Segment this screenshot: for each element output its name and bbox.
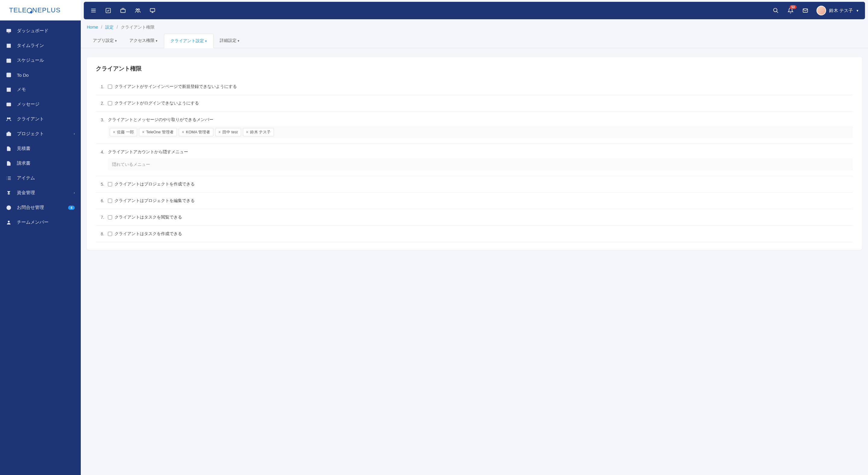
sidebar-item-11[interactable]: 資金管理 › bbox=[0, 185, 81, 200]
member-tags[interactable]: ×佐藤 一郎×TeleOne 管理者×KOMA 管理者×田中 test×鈴木 テ… bbox=[108, 126, 853, 138]
notification-count: 53 bbox=[789, 5, 797, 9]
user-icon bbox=[6, 220, 13, 225]
settings-card: クライアント権限 1.クライアントがサインインページで新規登録できないようにする… bbox=[87, 57, 862, 250]
messages-button[interactable] bbox=[799, 4, 812, 17]
tab-label: 詳細設定 bbox=[220, 38, 237, 43]
sidebar-item-label: スケジュール bbox=[17, 58, 75, 63]
tag-label: KOMA 管理者 bbox=[186, 129, 210, 135]
tab-label: アクセス権限 bbox=[129, 38, 155, 43]
sidebar-item-1[interactable]: タイムライン bbox=[0, 38, 81, 53]
tag-label: TeleOne 管理者 bbox=[146, 129, 174, 135]
support-icon bbox=[6, 205, 13, 210]
svg-point-40 bbox=[773, 8, 777, 12]
sidebar-item-8[interactable]: 見積書 bbox=[0, 141, 81, 156]
logo[interactable]: TELENEPLUS bbox=[0, 0, 81, 21]
menu-toggle-button[interactable] bbox=[87, 4, 100, 17]
sidebar-item-7[interactable]: プロジェクト › bbox=[0, 127, 81, 141]
tag-remove-icon[interactable]: × bbox=[113, 130, 115, 134]
setting-label: クライアントがサインインページで新規登録できないようにする bbox=[115, 84, 237, 90]
file-icon bbox=[6, 161, 13, 166]
tag-remove-icon[interactable]: × bbox=[218, 130, 221, 134]
svg-rect-0 bbox=[7, 29, 11, 32]
user-name: 鈴木 テス子 bbox=[829, 8, 853, 13]
briefcase-icon bbox=[6, 131, 13, 137]
sidebar-item-0[interactable]: ダッシュボード bbox=[0, 24, 81, 38]
tag-label: 田中 test bbox=[222, 129, 238, 135]
setting-checkbox-7[interactable] bbox=[108, 215, 112, 219]
setting-number: 8. bbox=[96, 231, 108, 236]
sidebar-item-9[interactable]: 請求書 bbox=[0, 156, 81, 171]
todo-icon[interactable] bbox=[101, 4, 115, 17]
setting-checkbox-8[interactable] bbox=[108, 232, 112, 236]
chevron-right-icon: › bbox=[74, 132, 75, 135]
sidebar-item-label: お問合せ管理 bbox=[17, 205, 68, 210]
sidebar-item-2[interactable]: スケジュール bbox=[0, 53, 81, 68]
sidebar-item-4[interactable]: メモ bbox=[0, 82, 81, 97]
setting-checkbox-6[interactable] bbox=[108, 199, 112, 203]
users-icon[interactable] bbox=[131, 4, 144, 17]
sidebar-item-label: 資金管理 bbox=[17, 190, 74, 196]
setting-number: 6. bbox=[96, 198, 108, 203]
search-button[interactable] bbox=[769, 4, 782, 17]
setting-label: クライアントはタスクを作成できる bbox=[115, 231, 182, 237]
monitor-icon[interactable] bbox=[146, 4, 159, 17]
user-menu[interactable]: 鈴木 テス子 ▼ bbox=[813, 6, 862, 15]
sidebar-item-10[interactable]: アイテム bbox=[0, 171, 81, 185]
yen-icon bbox=[6, 190, 13, 196]
breadcrumb-current: クライアント権限 bbox=[121, 25, 155, 30]
setting-label: クライアントはタスクを閲覧できる bbox=[115, 215, 182, 220]
sidebar-item-label: ダッシュボード bbox=[17, 28, 75, 34]
setting-label: クライアントとメッセージのやり取りができるメンバー bbox=[108, 117, 213, 123]
tab-1[interactable]: アクセス権限▼ bbox=[123, 34, 164, 48]
sidebar-item-13[interactable]: チームメンバー bbox=[0, 215, 81, 230]
member-tag-4: ×鈴木 テス子 bbox=[243, 128, 274, 136]
notifications-button[interactable]: 53 bbox=[784, 4, 797, 17]
svg-point-35 bbox=[136, 9, 137, 10]
sidebar-item-label: チームメンバー bbox=[17, 219, 75, 225]
sidebar-item-label: プロジェクト bbox=[17, 131, 74, 137]
sidebar-item-5[interactable]: メッセージ bbox=[0, 97, 81, 112]
setting-number: 3. bbox=[96, 117, 108, 122]
setting-row-7: 7.クライアントはタスクを閲覧できる bbox=[96, 209, 853, 226]
setting-row-1: 1.クライアントがサインインページで新規登録できないようにする bbox=[96, 78, 853, 95]
tab-0[interactable]: アプリ設定▼ bbox=[87, 34, 123, 48]
caret-down-icon: ▼ bbox=[856, 9, 859, 12]
timeline-icon bbox=[6, 43, 13, 48]
setting-checkbox-1[interactable] bbox=[108, 84, 112, 89]
calendar-icon bbox=[6, 58, 13, 63]
caret-down-icon: ▼ bbox=[237, 39, 240, 42]
svg-point-12 bbox=[9, 117, 10, 119]
briefcase-icon[interactable] bbox=[116, 4, 130, 17]
sidebar-item-3[interactable]: To Do bbox=[0, 68, 81, 82]
sidebar-item-12[interactable]: お問合せ管理 4 bbox=[0, 200, 81, 215]
tag-remove-icon[interactable]: × bbox=[142, 130, 144, 134]
setting-checkbox-2[interactable] bbox=[108, 101, 112, 105]
tag-remove-icon[interactable]: × bbox=[182, 130, 184, 134]
sidebar-item-label: メモ bbox=[17, 87, 75, 93]
hidden-menu-input[interactable] bbox=[108, 158, 853, 170]
breadcrumb-home[interactable]: Home bbox=[87, 25, 98, 30]
sidebar-item-label: 請求書 bbox=[17, 161, 75, 166]
file-icon bbox=[6, 146, 13, 151]
setting-checkbox-5[interactable] bbox=[108, 182, 112, 186]
breadcrumb-settings[interactable]: 設定 bbox=[105, 25, 114, 30]
tab-2[interactable]: クライアント設定▼ bbox=[164, 34, 214, 48]
svg-point-29 bbox=[8, 220, 10, 223]
tab-3[interactable]: 詳細設定▼ bbox=[214, 34, 246, 48]
sidebar-item-label: タイムライン bbox=[17, 43, 75, 48]
tab-label: クライアント設定 bbox=[170, 38, 204, 43]
setting-number: 5. bbox=[96, 181, 108, 186]
setting-row-8: 8.クライアントはタスクを作成できる bbox=[96, 226, 853, 242]
caret-down-icon: ▼ bbox=[155, 39, 158, 42]
avatar bbox=[816, 6, 826, 15]
sidebar-item-6[interactable]: クライアント bbox=[0, 112, 81, 127]
caret-down-icon: ▼ bbox=[115, 39, 117, 42]
caret-down-icon: ▼ bbox=[205, 40, 207, 43]
svg-line-41 bbox=[776, 11, 778, 13]
setting-row-3: 3.クライアントとメッセージのやり取りができるメンバー×佐藤 一郎×TeleOn… bbox=[96, 112, 853, 144]
tag-remove-icon[interactable]: × bbox=[246, 130, 248, 134]
dashboard-icon bbox=[6, 28, 13, 34]
setting-label: クライアントアカウントから隠すメニュー bbox=[108, 149, 188, 155]
note-icon bbox=[6, 87, 13, 93]
svg-rect-13 bbox=[7, 133, 11, 136]
